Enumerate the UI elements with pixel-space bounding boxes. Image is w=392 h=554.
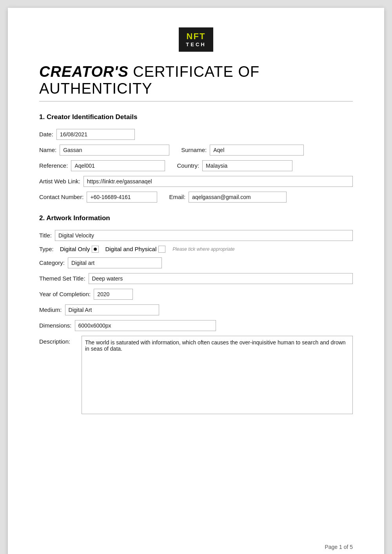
date-input[interactable] (56, 129, 135, 140)
type-option1-group: Digital Only (60, 246, 99, 253)
themed-row: Themed Set Title: (39, 273, 353, 284)
category-input[interactable] (68, 257, 162, 268)
weblink-row: Artist Web Link: (39, 176, 353, 187)
year-label: Year of Completion: (39, 291, 91, 297)
year-input[interactable] (94, 289, 133, 300)
description-textarea[interactable] (82, 336, 353, 414)
type-row: Type: Digital Only Digital and Physical … (39, 246, 353, 253)
logo-box: NFT TECH (179, 27, 213, 52)
surname-label: Surname: (181, 147, 207, 153)
main-title: CREATOR'S CERTIFICATE OF AUTHENTICITY (39, 63, 353, 97)
artwork-title-input[interactable] (55, 230, 353, 241)
weblink-label: Artist Web Link: (39, 178, 80, 185)
category-label: Category: (39, 259, 65, 266)
page-number: Page 1 of 5 (325, 544, 353, 550)
type-option2-checkbox[interactable] (158, 246, 165, 253)
dimensions-input[interactable] (75, 320, 216, 331)
email-label: Email: (169, 194, 185, 200)
date-label: Date: (39, 131, 53, 138)
type-option1-checkbox[interactable] (92, 246, 99, 253)
contact-label: Contact Number: (39, 194, 83, 200)
medium-input[interactable] (65, 304, 159, 315)
logo-area: NFT TECH (39, 27, 353, 52)
dimensions-label: Dimensions: (39, 322, 72, 329)
type-option2-group: Digital and Physical (105, 246, 165, 253)
country-label: Country: (177, 162, 199, 169)
themed-input[interactable] (89, 273, 353, 284)
type-label: Type: (39, 246, 54, 252)
artwork-title-row: Title: (39, 230, 353, 241)
section2-heading: 2. Artwork Information (39, 214, 353, 222)
logo-tech: TECH (186, 42, 206, 48)
category-row: Category: (39, 257, 353, 268)
type-option1-text: Digital Only (60, 246, 90, 252)
title-bold: CREATOR'S (39, 63, 129, 80)
dimensions-row: Dimensions: (39, 320, 353, 331)
medium-row: Medium: (39, 304, 353, 315)
name-label: Name: (39, 147, 56, 153)
email-input[interactable] (189, 192, 287, 203)
certificate-page: NFT TECH CREATOR'S CERTIFICATE OF AUTHEN… (8, 8, 384, 554)
checkbox-dot (94, 248, 97, 251)
description-row: Description: (39, 336, 353, 414)
weblink-input[interactable] (83, 176, 353, 187)
logo-nft: NFT (186, 31, 206, 42)
section1: 1. Creator Identification Details Date: … (39, 113, 353, 203)
description-label: Description: (39, 336, 78, 345)
contact-row: Contact Number: Email: (39, 192, 353, 203)
country-input[interactable] (202, 160, 292, 171)
date-row: Date: (39, 129, 353, 140)
tick-note: Please tick where appropriate (172, 246, 234, 252)
reference-input[interactable] (71, 160, 165, 171)
section2: 2. Artwork Information Title: Type: Digi… (39, 214, 353, 414)
reference-label: Reference: (39, 162, 68, 169)
reference-row: Reference: Country: (39, 160, 353, 171)
contact-input[interactable] (87, 192, 157, 203)
medium-label: Medium: (39, 306, 62, 313)
title-divider (39, 101, 353, 101)
name-input[interactable] (60, 145, 169, 156)
name-row: Name: Surname: (39, 145, 353, 156)
year-row: Year of Completion: (39, 289, 353, 300)
surname-input[interactable] (210, 145, 304, 156)
artwork-title-label: Title: (39, 232, 52, 239)
type-option2-text: Digital and Physical (105, 246, 156, 252)
section1-heading: 1. Creator Identification Details (39, 113, 353, 121)
themed-label: Themed Set Title: (39, 275, 85, 282)
